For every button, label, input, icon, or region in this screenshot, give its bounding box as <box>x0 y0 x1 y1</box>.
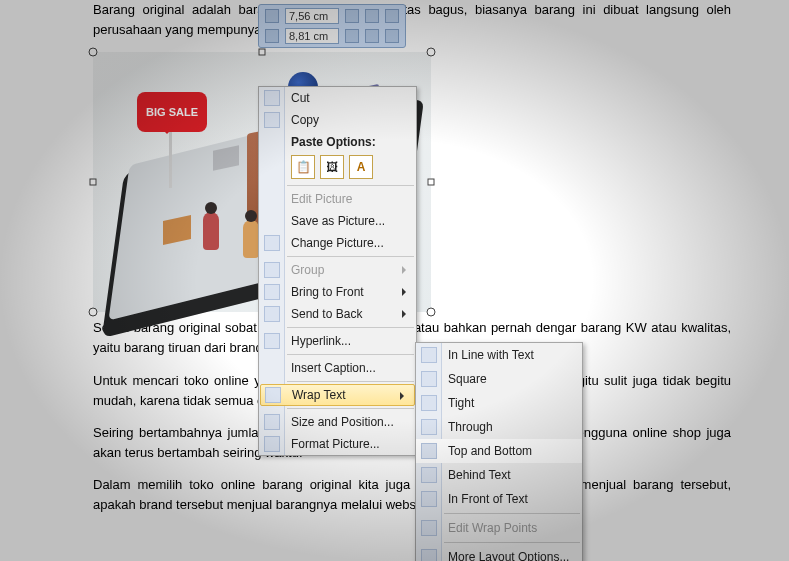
submenu-arrow-icon <box>402 310 410 318</box>
crop-icon[interactable] <box>365 9 379 23</box>
bring-forward-icon[interactable] <box>385 9 399 23</box>
menu-format-picture[interactable]: Format Picture... <box>259 433 416 455</box>
wrap-in-front-of-text[interactable]: In Front of Text <box>416 487 582 511</box>
resize-handle-top[interactable] <box>259 49 266 56</box>
menu-send-to-back[interactable]: Send to Back <box>259 303 416 325</box>
clipboard-icon: 📋 <box>296 160 311 174</box>
wrap-through-icon <box>421 419 437 435</box>
paste-option-text-only[interactable]: A <box>349 155 373 179</box>
menu-group: Group <box>259 259 416 281</box>
resize-handle-tr[interactable] <box>427 48 436 57</box>
wrap-inline-icon <box>421 347 437 363</box>
rotate-icon[interactable] <box>365 29 379 43</box>
wrap-infront-icon <box>421 491 437 507</box>
wrap-square-icon <box>421 371 437 387</box>
layout-options-icon <box>421 549 437 561</box>
wrap-square[interactable]: Square <box>416 367 582 391</box>
paste-option-keep-source[interactable]: 📋 <box>291 155 315 179</box>
paste-option-picture[interactable]: 🖼 <box>320 155 344 179</box>
wrap-text-icon <box>265 387 281 403</box>
reset-picture-icon[interactable] <box>385 29 399 43</box>
wrap-through[interactable]: Through <box>416 415 582 439</box>
group-icon <box>264 262 280 278</box>
picture-icon: 🖼 <box>326 160 338 174</box>
submenu-arrow-icon <box>402 266 410 274</box>
menu-paste-options-header: Paste Options: <box>259 131 416 151</box>
width-stepper[interactable] <box>345 29 359 43</box>
big-sale-sign: BIG SALE <box>137 92 207 188</box>
wrap-behind-icon <box>421 467 437 483</box>
submenu-arrow-icon <box>402 288 410 296</box>
menu-hyperlink[interactable]: Hyperlink... <box>259 330 416 352</box>
picture-size-mini-toolbar: 7,56 cm 8,81 cm <box>258 4 406 48</box>
wrap-tight-icon <box>421 395 437 411</box>
menu-save-as-picture[interactable]: Save as Picture... <box>259 210 416 232</box>
wrap-topbottom-icon <box>421 443 437 459</box>
wrap-edit-wrap-points: Edit Wrap Points <box>416 516 582 540</box>
bring-to-front-icon <box>264 284 280 300</box>
wrap-tight[interactable]: Tight <box>416 391 582 415</box>
resize-handle-tl[interactable] <box>89 48 98 57</box>
format-picture-icon <box>264 436 280 452</box>
submenu-arrow-icon <box>400 392 408 400</box>
resize-handle-bl[interactable] <box>89 308 98 317</box>
menu-bring-to-front[interactable]: Bring to Front <box>259 281 416 303</box>
menu-edit-picture: Edit Picture <box>259 188 416 210</box>
send-to-back-icon <box>264 306 280 322</box>
resize-handle-left[interactable] <box>90 179 97 186</box>
menu-insert-caption[interactable]: Insert Caption... <box>259 357 416 379</box>
menu-wrap-text[interactable]: Wrap Text <box>260 384 415 406</box>
menu-size-and-position[interactable]: Size and Position... <box>259 411 416 433</box>
copy-icon <box>264 112 280 128</box>
change-picture-icon <box>264 235 280 251</box>
hyperlink-icon <box>264 333 280 349</box>
menu-cut[interactable]: Cut <box>259 87 416 109</box>
width-icon <box>265 29 279 43</box>
letter-a-icon: A <box>357 160 366 174</box>
wrap-behind-text[interactable]: Behind Text <box>416 463 582 487</box>
wrap-top-and-bottom[interactable]: Top and Bottom <box>416 439 582 463</box>
menu-paste-options: 📋 🖼 A <box>259 151 416 183</box>
height-field[interactable]: 7,56 cm <box>285 8 339 24</box>
cut-icon <box>264 90 280 106</box>
picture-context-menu: Cut Copy Paste Options: 📋 🖼 A Edit Pictu… <box>258 86 417 456</box>
wrap-text-submenu: In Line with Text Square Tight Through T… <box>415 342 583 561</box>
paragraph-5: Dalam memilih toko online barang origina… <box>0 475 789 515</box>
menu-copy[interactable]: Copy <box>259 109 416 131</box>
document-page: Barang original adalah barang yang memil… <box>0 0 789 561</box>
resize-handle-right[interactable] <box>428 179 435 186</box>
wrap-in-line-with-text[interactable]: In Line with Text <box>416 343 582 367</box>
width-field[interactable]: 8,81 cm <box>285 28 339 44</box>
wrap-more-layout-options[interactable]: More Layout Options... <box>416 545 582 561</box>
size-position-icon <box>264 414 280 430</box>
wrap-points-icon <box>421 520 437 536</box>
resize-handle-br[interactable] <box>427 308 436 317</box>
height-stepper[interactable] <box>345 9 359 23</box>
menu-change-picture[interactable]: Change Picture... <box>259 232 416 254</box>
height-icon <box>265 9 279 23</box>
